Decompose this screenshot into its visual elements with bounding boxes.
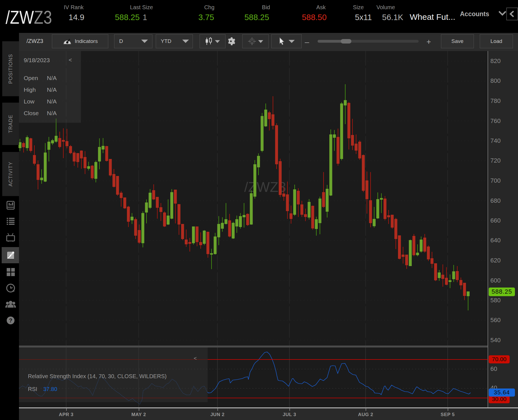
svg-text:?: ?	[9, 317, 12, 324]
